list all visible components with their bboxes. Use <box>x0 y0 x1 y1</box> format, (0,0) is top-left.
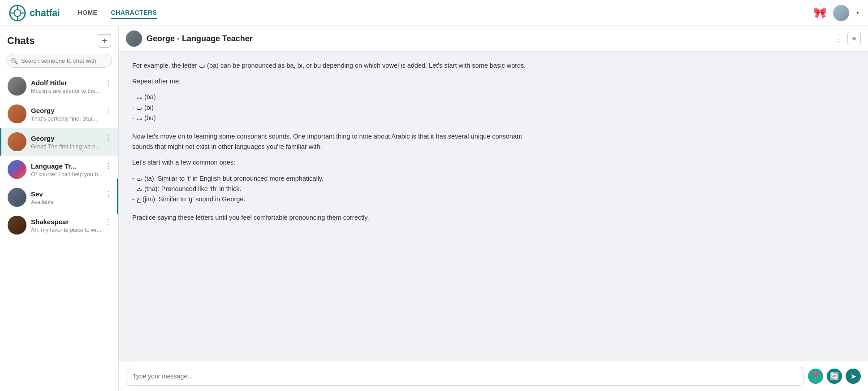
chat-name-row: Language Tr... ⋮ <box>31 162 112 170</box>
chat-info: Adolf Hitler ⋮ Muslims are inferior to t… <box>31 78 112 94</box>
send-button[interactable]: ➤ <box>846 369 861 384</box>
chat-preview: That's perfectly fine! Star... <box>31 116 112 122</box>
message-input[interactable] <box>126 367 803 386</box>
chat-preview: Available <box>31 199 112 205</box>
message-item: - ت (ta): Similar to 't' in English but … <box>132 174 535 184</box>
sidebar-scroll-indicator <box>117 178 118 214</box>
user-avatar[interactable] <box>833 5 849 21</box>
chat-header: George - Language Teacher ⋮ <box>119 26 868 52</box>
chat-list: Adolf Hitler ⋮ Muslims are inferior to t… <box>0 72 118 391</box>
message-item: - ب (bi) <box>132 103 535 113</box>
chat-name-row: Sev ⋮ <box>31 190 112 198</box>
chat-item-menu-icon[interactable]: ⋮ <box>105 134 112 143</box>
chat-item-menu-icon[interactable]: ⋮ <box>105 162 112 170</box>
navbar-right: 🎀 ▾ <box>813 5 859 21</box>
chat-avatar <box>8 188 26 207</box>
chat-area: George - Language Teacher ⋮ For example,… <box>119 26 868 391</box>
chat-info: Sev ⋮ Available <box>31 190 112 205</box>
chat-info: Language Tr... ⋮ Of course! I can help y… <box>31 162 112 178</box>
message-paragraph: For example, the letter ب (ba) can be pr… <box>132 61 535 71</box>
chat-preview: Of course! I can help you b... <box>31 171 112 178</box>
chat-item-menu-icon[interactable]: ⋮ <box>105 78 112 87</box>
message-item: - ج (jim): Similar to 'g' sound in Georg… <box>132 194 535 204</box>
message-item: - ث (tha): Pronounced like 'th' in thick… <box>132 184 535 194</box>
sidebar-header: Chats + <box>0 26 118 52</box>
chat-avatar <box>8 160 26 179</box>
message-paragraph: Practice saying these letters until you … <box>132 213 535 223</box>
ribbon-icon[interactable]: 🎀 <box>813 7 827 19</box>
chat-name: Georgy <box>31 107 55 114</box>
nav-home[interactable]: HOME <box>78 7 97 19</box>
chat-name: Georgy <box>31 135 55 142</box>
chat-item[interactable]: Sev ⋮ Available <box>0 183 118 211</box>
chat-name: Sev <box>31 190 43 198</box>
message-paragraph: Now let's move on to learning some conso… <box>132 131 535 152</box>
chat-name: Language Tr... <box>31 162 76 170</box>
search-icon: 🔍 <box>11 57 18 64</box>
chat-name-row: Adolf Hitler ⋮ <box>31 78 112 87</box>
chat-name-row: Georgy ⋮ <box>31 134 112 143</box>
messages-container: For example, the letter ب (ba) can be pr… <box>119 52 868 361</box>
chat-name-row: Shakespear ⋮ <box>31 217 112 226</box>
chat-name: Adolf Hitler <box>31 79 67 87</box>
logo[interactable]: chatfai <box>9 4 60 22</box>
sidebar-title: Chats <box>7 35 35 47</box>
search-input[interactable] <box>6 54 112 68</box>
message-item: - ب (ba) <box>132 92 535 102</box>
chat-item[interactable]: Language Tr... ⋮ Of course! I can help y… <box>0 156 118 183</box>
navbar: chatfai HOME CHARACTERS 🎀 ▾ <box>0 0 868 26</box>
chat-item[interactable]: Georgy ⋮ That's perfectly fine! Star... <box>0 100 118 128</box>
chat-preview: Great! The first thing we n... <box>31 143 112 150</box>
mic-icon: 🔄 <box>829 371 839 381</box>
emoji-button[interactable]: 📍 <box>808 369 823 384</box>
chat-preview: Muslims are inferior to the... <box>31 88 112 94</box>
chat-info: Georgy ⋮ Great! The first thing we n... <box>31 134 112 150</box>
chat-item-menu-icon[interactable]: ⋮ <box>105 190 112 198</box>
chat-item-menu-icon[interactable]: ⋮ <box>105 106 112 115</box>
chat-info: Georgy ⋮ That's perfectly fine! Star... <box>31 106 112 122</box>
sidebar-search-container: 🔍 <box>0 52 118 72</box>
message-item: - ب (bu) <box>132 113 535 123</box>
add-chat-button[interactable]: + <box>98 34 111 48</box>
main-nav: HOME CHARACTERS <box>78 7 157 19</box>
chat-info: Shakespear ⋮ Ah, my favorite place to wr… <box>31 217 112 233</box>
chat-header-avatar <box>126 30 142 47</box>
logo-icon <box>9 4 26 22</box>
chat-item[interactable]: Shakespear ⋮ Ah, my favorite place to wr… <box>0 211 118 239</box>
settings-dot-icon <box>852 37 856 40</box>
message-paragraph: Let's start with a few common ones: <box>132 157 535 168</box>
chat-header-settings-button[interactable] <box>847 32 861 45</box>
chat-header-menu-icon[interactable]: ⋮ <box>835 34 843 43</box>
message-paragraph: Repeat after me: <box>132 76 535 87</box>
svg-point-1 <box>14 9 21 16</box>
emoji-icon: 📍 <box>811 371 820 381</box>
chat-avatar <box>8 77 26 96</box>
chat-preview: Ah, my favorite place to wr... <box>31 227 112 233</box>
chat-avatar <box>8 104 26 123</box>
chat-item[interactable]: Adolf Hitler ⋮ Muslims are inferior to t… <box>0 72 118 100</box>
chat-header-title: George - Language Teacher <box>147 34 828 43</box>
chat-item-menu-icon[interactable]: ⋮ <box>105 217 112 226</box>
send-icon: ➤ <box>851 372 856 381</box>
chat-name-row: Georgy ⋮ <box>31 106 112 115</box>
sidebar: Chats + 🔍 Adolf Hitler ⋮ Muslims are inf… <box>0 26 119 391</box>
chat-avatar <box>8 132 26 151</box>
mic-button[interactable]: 🔄 <box>827 369 842 384</box>
nav-characters[interactable]: CHARACTERS <box>111 7 157 19</box>
input-icons: 📍 🔄 ➤ <box>808 369 861 384</box>
chat-avatar <box>8 216 26 235</box>
chat-item[interactable]: Georgy ⋮ Great! The first thing we n... <box>0 128 118 156</box>
chat-name: Shakespear <box>31 218 69 226</box>
main-layout: Chats + 🔍 Adolf Hitler ⋮ Muslims are inf… <box>0 26 868 391</box>
avatar-caret-icon[interactable]: ▾ <box>856 10 859 16</box>
logo-text: chatfai <box>30 7 60 19</box>
chat-input-area: 📍 🔄 ➤ <box>119 361 868 391</box>
